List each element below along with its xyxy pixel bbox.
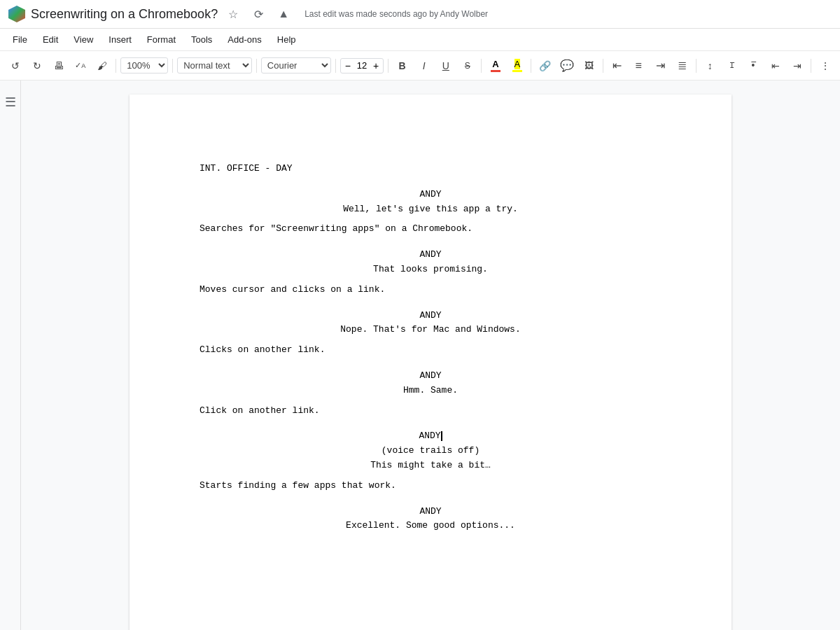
menu-item-edit[interactable]: Edit [36, 31, 65, 48]
separator-7 [531, 59, 531, 73]
history-button[interactable]: ⟳ [248, 4, 268, 24]
align-right-button[interactable]: ⇥ [651, 56, 670, 76]
more-options-button[interactable]: ⋮ [816, 56, 834, 76]
main-area: ☰ INT. OFFICE - DAYANDYWell, let's give … [0, 80, 840, 630]
last-edit-status: Last edit was made seconds ago by Andy W… [304, 9, 488, 19]
separator-6 [481, 59, 482, 73]
separator-3 [256, 59, 257, 73]
text-color-letter: A [492, 59, 498, 69]
text-color-button[interactable]: A [486, 56, 505, 76]
insert-link-button[interactable]: 🔗 [536, 56, 554, 76]
menu-item-add-ons[interactable]: Add-ons [220, 31, 268, 48]
doc-line-3[interactable]: Searches for "Screenwriting apps" on a C… [200, 222, 662, 237]
bulleted-list-button[interactable]: •̅ [744, 56, 763, 76]
font-size-decrease-button[interactable]: − [344, 60, 352, 71]
doc-line-18[interactable]: Excellent. Some good options... [200, 519, 662, 533]
menu-bar: FileEditViewInsertFormatToolsAdd-onsHelp [0, 29, 840, 51]
doc-line-14[interactable]: (voice trails off) [200, 444, 662, 458]
menu-item-view[interactable]: View [66, 31, 100, 48]
doc-line-6[interactable]: Moves cursor and clicks on a link. [200, 283, 662, 298]
insert-image-button[interactable]: 🖼 [580, 56, 598, 76]
italic-button[interactable]: I [414, 56, 433, 76]
document-area[interactable]: INT. OFFICE - DAYANDYWell, let's give th… [21, 80, 840, 630]
insert-comment-button[interactable]: 💬 [558, 56, 577, 76]
doc-line-15[interactable]: This might take a bit… [200, 458, 662, 473]
separator-8 [603, 59, 603, 73]
outline-icon[interactable]: ☰ [5, 94, 16, 110]
separator-9 [696, 59, 696, 73]
font-size-container: − + [340, 58, 384, 74]
toolbar: ↺ ↻ 🖶 ✓A 🖌 100% 75% 125% 150% Normal tex… [0, 51, 840, 80]
doc-line-17[interactable]: ANDY [200, 505, 662, 519]
star-button[interactable]: ☆ [223, 4, 243, 24]
menu-item-file[interactable]: File [6, 31, 34, 48]
google-docs-icon [8, 6, 25, 22]
separator-10 [811, 59, 811, 73]
menu-item-format[interactable]: Format [140, 31, 183, 48]
print-button[interactable]: 🖶 [49, 56, 68, 76]
doc-line-16[interactable]: Starts finding a few apps that work. [200, 479, 662, 493]
drive-button[interactable]: ▲ [274, 4, 293, 24]
highlight-letter: A [514, 59, 521, 69]
numbered-list-button[interactable]: 1̅ [722, 56, 741, 76]
font-size-input[interactable] [352, 60, 372, 71]
left-panel: ☰ [0, 80, 21, 630]
highlight-indicator [512, 70, 522, 72]
text-cursor [441, 431, 442, 441]
font-select[interactable]: Courier Arial Times New Roman Verdana [261, 57, 331, 74]
doc-line-2[interactable]: Well, let's give this app a try. [200, 202, 662, 217]
doc-line-11[interactable]: Hmm. Same. [200, 384, 662, 398]
paragraph-style-select[interactable]: Normal text Heading 1 Heading 2 Title [177, 57, 252, 74]
doc-line-4[interactable]: ANDY [200, 248, 662, 262]
undo-button[interactable]: ↺ [6, 56, 24, 76]
spellcheck-button[interactable]: ✓A [71, 56, 90, 76]
align-left-button[interactable]: ⇤ [608, 56, 626, 76]
doc-line-9[interactable]: Clicks on another link. [200, 343, 662, 358]
highlight-color-button[interactable]: A [507, 56, 526, 76]
zoom-select[interactable]: 100% 75% 125% 150% [120, 57, 168, 74]
text-color-indicator [491, 70, 500, 72]
menu-item-insert[interactable]: Insert [102, 31, 139, 48]
doc-line-1[interactable]: ANDY [200, 188, 662, 202]
decrease-indent-button[interactable]: ⇤ [766, 56, 785, 76]
title-bar: Screenwriting on a Chromebook? ☆ ⟳ ▲ Las… [0, 0, 840, 29]
increase-indent-button[interactable]: ⇥ [788, 56, 806, 76]
paintformat-button[interactable]: 🖌 [92, 56, 111, 76]
document-page[interactable]: INT. OFFICE - DAYANDYWell, let's give th… [130, 94, 732, 630]
separator-4 [335, 59, 336, 73]
separator-1 [115, 59, 116, 73]
font-size-increase-button[interactable]: + [372, 60, 380, 71]
doc-line-10[interactable]: ANDY [200, 369, 662, 384]
bold-button[interactable]: B [393, 56, 412, 76]
menu-item-help[interactable]: Help [270, 31, 303, 48]
doc-line-12[interactable]: Click on another link. [200, 404, 662, 419]
line-spacing-button[interactable]: ↕ [701, 56, 720, 76]
underline-button[interactable]: U [436, 56, 455, 76]
separator-5 [388, 59, 388, 73]
doc-line-8[interactable]: Nope. That's for Mac and Windows. [200, 323, 662, 337]
document-title[interactable]: Screenwriting on a Chromebook? [31, 7, 218, 22]
doc-line-0[interactable]: INT. OFFICE - DAY [200, 162, 662, 176]
redo-button[interactable]: ↻ [27, 56, 46, 76]
separator-2 [172, 59, 173, 73]
menu-item-tools[interactable]: Tools [184, 31, 219, 48]
align-justify-button[interactable]: ≣ [673, 56, 692, 76]
align-center-button[interactable]: ≡ [629, 56, 648, 76]
doc-line-13[interactable]: ANDY [200, 429, 662, 444]
doc-line-7[interactable]: ANDY [200, 309, 662, 323]
doc-line-5[interactable]: That looks promising. [200, 262, 662, 277]
strikethrough-button[interactable]: S [458, 56, 477, 76]
